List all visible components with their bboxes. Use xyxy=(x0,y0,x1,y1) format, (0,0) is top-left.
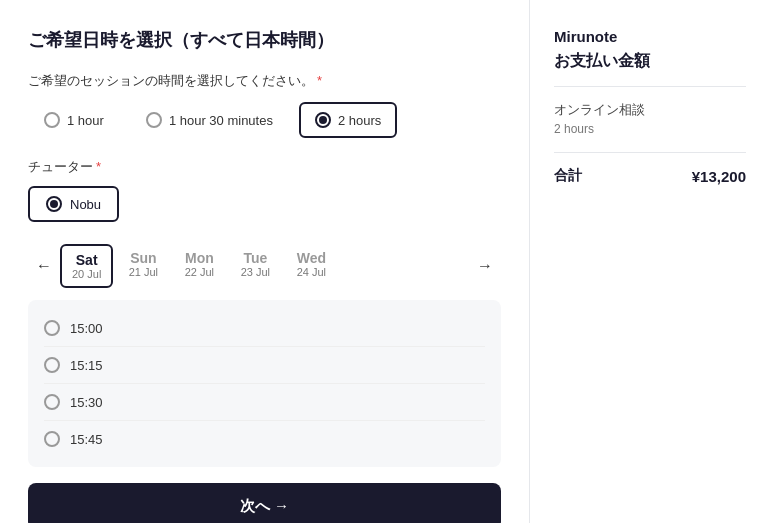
radio-time-3 xyxy=(44,431,60,447)
page-title: ご希望日時を選択（すべて日本時間） xyxy=(28,28,501,52)
day-sat[interactable]: Sat 20 Jul xyxy=(60,244,113,288)
total-amount: ¥13,200 xyxy=(692,168,746,185)
next-arrow[interactable]: → xyxy=(469,253,501,279)
tutor-option-nobu[interactable]: Nobu xyxy=(28,186,119,222)
left-panel: ご希望日時を選択（すべて日本時間） ご希望のセッションの時間を選択してください。… xyxy=(0,0,530,523)
time-slot-0[interactable]: 15:00 xyxy=(44,310,485,347)
duration-options: 1 hour 1 hour 30 minutes 2 hours xyxy=(28,102,501,138)
day-sun[interactable]: Sun 21 Jul xyxy=(117,244,169,288)
radio-1h30 xyxy=(146,112,162,128)
prev-arrow[interactable]: ← xyxy=(28,253,60,279)
time-slots-container: 15:00 15:15 15:30 15:45 xyxy=(28,300,501,467)
duration-option-1h30[interactable]: 1 hour 30 minutes xyxy=(130,102,289,138)
radio-1h xyxy=(44,112,60,128)
divider xyxy=(554,86,746,87)
radio-time-2 xyxy=(44,394,60,410)
brand-name: Mirunote xyxy=(554,28,746,45)
total-row: 合計 ¥13,200 xyxy=(554,167,746,185)
calendar-nav: ← Sat 20 Jul Sun 21 Jul Mon 22 Jul Tue 2… xyxy=(28,244,501,288)
payment-title: お支払い金額 xyxy=(554,51,746,72)
radio-time-1 xyxy=(44,357,60,373)
duration-option-2h[interactable]: 2 hours xyxy=(299,102,397,138)
time-slot-2[interactable]: 15:30 xyxy=(44,384,485,421)
total-label: 合計 xyxy=(554,167,582,185)
duration-option-1h[interactable]: 1 hour xyxy=(28,102,120,138)
day-wed[interactable]: Wed 24 Jul xyxy=(285,244,337,288)
time-slot-3[interactable]: 15:45 xyxy=(44,421,485,457)
day-mon[interactable]: Mon 22 Jul xyxy=(173,244,225,288)
tutor-label: チューター* xyxy=(28,158,501,176)
next-button[interactable]: 次へ → xyxy=(28,483,501,523)
item-detail: 2 hours xyxy=(554,122,746,136)
time-slot-1[interactable]: 15:15 xyxy=(44,347,485,384)
item-name: オンライン相談 xyxy=(554,101,746,119)
radio-2h xyxy=(315,112,331,128)
day-columns: Sat 20 Jul Sun 21 Jul Mon 22 Jul Tue 23 … xyxy=(60,244,469,288)
duration-label: ご希望のセッションの時間を選択してください。* xyxy=(28,72,501,90)
radio-nobu xyxy=(46,196,62,212)
tutor-options: Nobu xyxy=(28,186,501,222)
radio-time-0 xyxy=(44,320,60,336)
divider-2 xyxy=(554,152,746,153)
right-panel: Mirunote お支払い金額 オンライン相談 2 hours 合計 ¥13,2… xyxy=(530,0,770,523)
day-tue[interactable]: Tue 23 Jul xyxy=(229,244,281,288)
